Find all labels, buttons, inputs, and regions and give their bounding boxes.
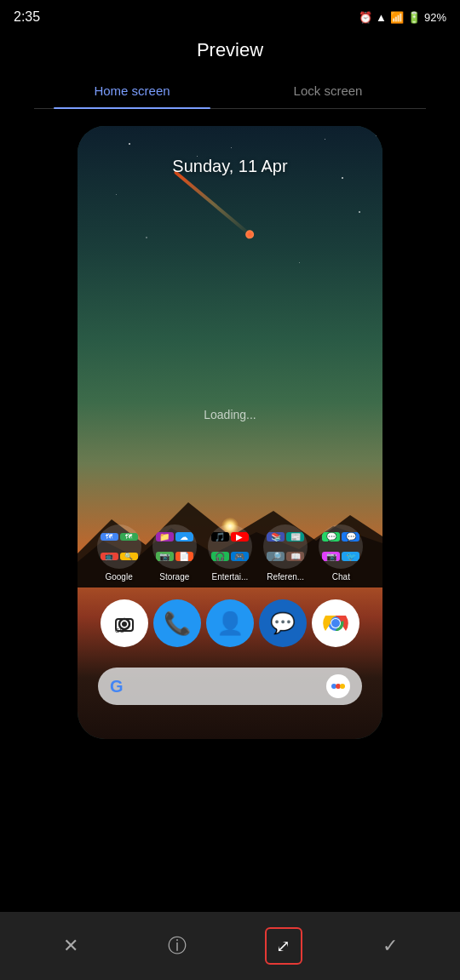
reference-folder-icon: 📚 📰 🔎 📖 [263, 524, 308, 569]
dock-messages[interactable]: 💬 [259, 599, 307, 647]
app-chat[interactable]: 💬 💬 📷 🐦 Chat [315, 524, 366, 582]
google-maps-mini: 🗺 [101, 533, 118, 541]
dock-contacts[interactable]: 👤 [206, 599, 254, 647]
app-entertainment[interactable]: 🎵 ▶ 🎧 🎮 Entertai... [204, 524, 256, 582]
e-mini1: 🎵 [211, 532, 229, 542]
page-title: Preview [197, 39, 263, 60]
c-mini3: 📷 [322, 552, 340, 561]
tab-lock-screen[interactable]: Lock screen [230, 75, 426, 108]
app-icon-row: 🗺 🗺 📺 🔍 Google 📁 ☁ 📷 📄 Stora [78, 524, 382, 582]
messages-emoji: 💬 [270, 611, 296, 635]
c-mini4: 🐦 [342, 552, 359, 561]
e-mini4: 🎮 [231, 552, 249, 561]
app-storage[interactable]: 📁 ☁ 📷 📄 Storage [149, 524, 200, 582]
bottom-toolbar: ✕ ⓘ ⤢ ✓ [0, 912, 460, 980]
dock-row: GO 📞 👤 💬 [78, 599, 382, 647]
google-folder-icon: 🗺 🗺 📺 🔍 [97, 524, 141, 569]
dock-chrome[interactable] [312, 599, 359, 647]
app-reference[interactable]: 📚 📰 🔎 📖 Referen... [260, 524, 311, 582]
r-mini3: 🔎 [267, 552, 285, 561]
expand-button[interactable]: ⤢ [265, 927, 302, 965]
svg-point-9 [331, 619, 340, 628]
phone-emoji: 📞 [164, 610, 191, 637]
google-maps-mini2: 🗺 [120, 533, 138, 541]
google-dots-icon [326, 674, 350, 698]
phone-date: Sunday, 11 Apr [78, 157, 382, 176]
google-g-icon: G [110, 677, 124, 696]
google-mini4: 🔍 [120, 553, 138, 560]
e-mini2: ▶ [231, 532, 249, 542]
alarm-icon: ⏰ [359, 11, 372, 24]
status-bar: 2:35 ⏰ ▲ 📶 🔋 92% [0, 0, 460, 31]
phone-preview: Sunday, 11 Apr Loading... 🗺 🗺 📺 🔍 Google [78, 126, 382, 739]
c-mini2: 💬 [342, 532, 359, 542]
confirm-button[interactable]: ✓ [371, 927, 409, 965]
expand-icon: ⤢ [276, 936, 290, 956]
app-google[interactable]: 🗺 🗺 📺 🔍 Google [94, 524, 145, 582]
chat-folder-icon: 💬 💬 📷 🐦 [319, 524, 363, 569]
svg-text:GO: GO [115, 628, 124, 633]
info-button[interactable]: ⓘ [158, 927, 196, 965]
chat-label: Chat [315, 572, 366, 582]
battery-percent: 92% [424, 11, 446, 24]
loading-text: Loading... [78, 408, 382, 421]
signal-icon: 📶 [390, 11, 404, 24]
status-time: 2:35 [14, 9, 40, 25]
dock-phone[interactable]: 📞 [153, 599, 201, 647]
close-button[interactable]: ✕ [52, 927, 89, 965]
s-mini2: ☁ [175, 532, 193, 542]
wifi-icon: ▲ [376, 11, 387, 24]
r-mini4: 📖 [286, 552, 304, 561]
reference-label: Referen... [260, 572, 311, 582]
c-mini1: 💬 [322, 532, 340, 542]
e-mini3: 🎧 [211, 552, 229, 561]
s-mini3: 📷 [156, 552, 174, 561]
phone-screen: Sunday, 11 Apr Loading... 🗺 🗺 📺 🔍 Google [78, 126, 382, 739]
s-mini4: 📄 [175, 552, 193, 561]
svg-point-3 [122, 622, 127, 627]
tab-bar: Home screen Lock screen [34, 75, 426, 109]
dock-camera[interactable]: GO [101, 599, 148, 647]
r-mini2: 📰 [286, 532, 304, 542]
storage-folder-icon: 📁 ☁ 📷 📄 [152, 524, 197, 569]
battery-icon: 🔋 [407, 11, 421, 24]
storage-label: Storage [149, 572, 200, 582]
tab-home-screen[interactable]: Home screen [34, 75, 230, 108]
r-mini1: 📚 [267, 532, 285, 542]
page-header: Preview [0, 31, 460, 75]
entertainment-label: Entertai... [204, 572, 256, 582]
entertain-folder-icon: 🎵 ▶ 🎧 🎮 [208, 524, 252, 569]
s-mini1: 📁 [156, 532, 174, 542]
status-icons: ⏰ ▲ 📶 🔋 92% [359, 11, 446, 24]
svg-point-12 [340, 684, 345, 689]
contacts-emoji: 👤 [216, 610, 244, 637]
google-search-bar[interactable]: G [98, 668, 362, 705]
google-label: Google [94, 572, 145, 582]
google-mini3: 📺 [101, 553, 118, 560]
phone-preview-wrapper: Sunday, 11 Apr Loading... 🗺 🗺 📺 🔍 Google [0, 109, 460, 748]
